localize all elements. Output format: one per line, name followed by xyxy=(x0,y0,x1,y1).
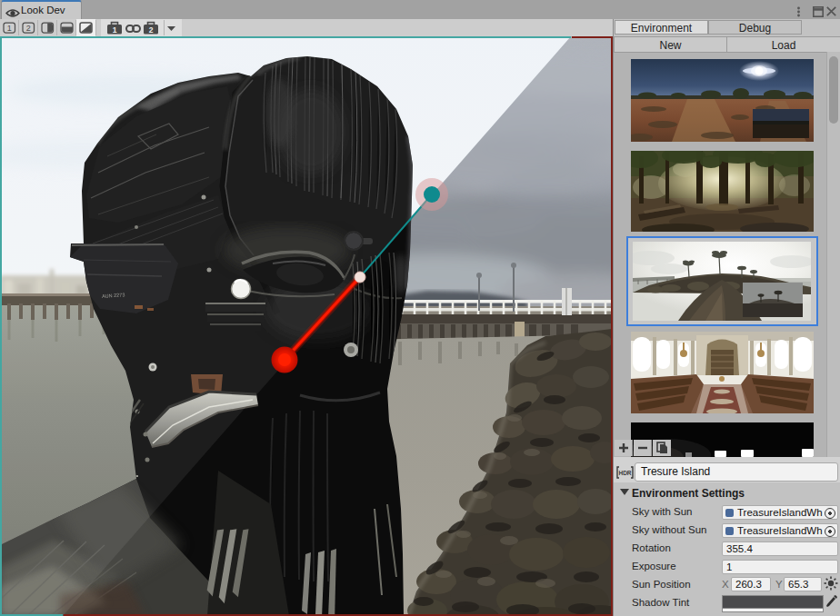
svg-text:2: 2 xyxy=(149,25,154,35)
svg-text:HDR: HDR xyxy=(618,470,631,476)
svg-text:1: 1 xyxy=(113,25,117,35)
svg-text:2: 2 xyxy=(26,24,31,33)
svg-text:1: 1 xyxy=(7,24,12,33)
